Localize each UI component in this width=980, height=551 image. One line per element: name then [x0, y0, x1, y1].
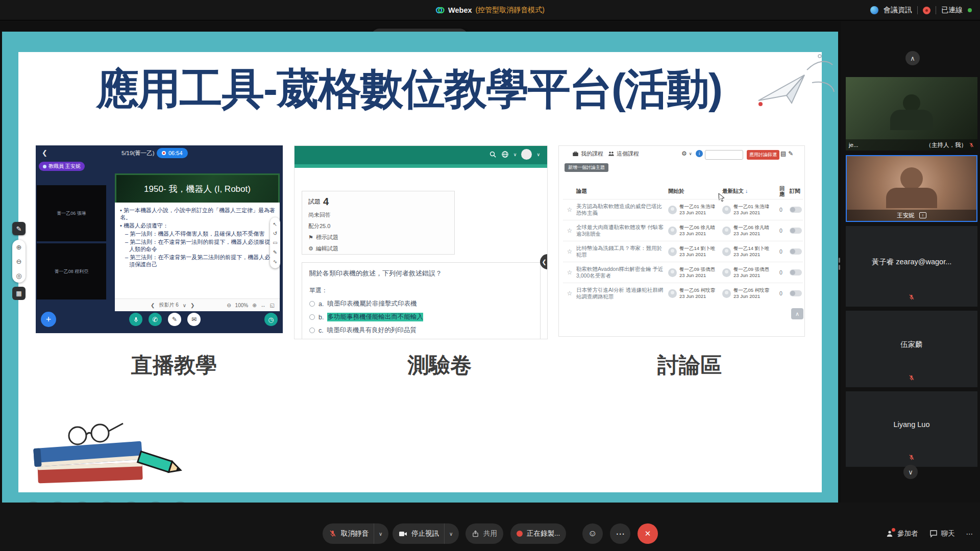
history-button: ◷ [264, 313, 278, 326]
app-title: Webex [448, 6, 472, 14]
record-dot-icon [517, 531, 523, 537]
recording-indicator-icon[interactable] [923, 7, 930, 14]
topic-title: 美方認為勒索軟體造成的威脅已堪比恐怖主義 [576, 203, 668, 216]
stop-video-button[interactable]: 停止視訊 ∨ [393, 523, 459, 544]
participants-button[interactable]: 參加者 [886, 529, 918, 538]
forum-nav-bar: 我的課程 這個課程 ⚙ ∨ i 應用討論篩選 [559, 150, 804, 162]
option-text: 噴墨印表機屬於非撞擊式印表機 [327, 299, 416, 308]
reactions-button[interactable]: ☺ [582, 523, 603, 544]
topic-starter: 餐一乙09 張僑恩 [679, 266, 715, 272]
presenter-name: 教職員 王安妮 [48, 163, 81, 170]
message-button: ✉ [187, 313, 201, 326]
scroll-down-button[interactable]: ∨ [903, 465, 918, 479]
quiz-header-strip [295, 164, 547, 168]
forum-row: ☆ 美方認為勒索軟體造成的威脅已堪比恐怖主義 餐一乙01 朱浩瑋23 Jun 2… [563, 199, 803, 220]
recording-button[interactable]: 正在錄製... [510, 523, 566, 544]
timer-value: 06:54 [168, 150, 183, 156]
target-button[interactable]: ◎ [16, 272, 21, 280]
flag-question-link: 標示試題 [316, 234, 338, 241]
participant-tile[interactable]: 黃子睿 zearay@wagor... [846, 226, 977, 307]
answer-option: c. 噴墨印表機具有良好的列印品質 [309, 326, 533, 335]
subscribe-toggle [790, 207, 802, 213]
last-post-by: 餐一乙06 徐凡晴 [733, 224, 769, 230]
avatar [668, 289, 677, 298]
last-post-by: 餐一乙05 柯玟蓉 [733, 287, 769, 293]
avatar [722, 206, 731, 214]
participant-name: Liyang Luo [894, 420, 930, 429]
more-options-button[interactable]: ⋯ [610, 523, 630, 544]
avatar [668, 268, 677, 277]
pencil-icon: ✎ [788, 150, 793, 157]
nav-this-course: 這個課程 [617, 150, 639, 158]
option-key: b. [318, 314, 324, 321]
topic-title: 比特幣淪為洗錢工具？專家：難用於犯罪 [576, 245, 668, 258]
mic-button [129, 313, 142, 326]
zoom-level-label: 100% [235, 303, 249, 308]
col-replies: 回應 [779, 186, 790, 197]
connection-status-label: 已連線 [941, 6, 963, 15]
mic-muted-icon [909, 374, 915, 381]
info-icon: i [696, 150, 703, 157]
zoom-out-button[interactable]: ⊖ [16, 258, 22, 265]
share-button[interactable]: 共用 [465, 523, 503, 544]
chat-icon [929, 530, 938, 538]
scroll-up-button[interactable]: ∧ [905, 51, 920, 65]
flag-icon: ⚑ [308, 234, 313, 241]
stop-video-label: 停止視訊 [411, 529, 439, 538]
col-topic: 論題 [576, 188, 668, 195]
annotation-pen-button[interactable]: ✎ [12, 222, 26, 235]
topic-starter: 餐一乙06 徐凡晴 [679, 224, 715, 230]
participant-tile[interactable]: Liyang Luo [846, 391, 977, 467]
apply-filter-button: 應用討論篩選 [747, 150, 779, 160]
mute-mode-label: (控管型取消靜音模式) [476, 6, 545, 15]
participant-name: 伍家麟 [900, 340, 923, 349]
topic-date: 23 Jun 2021 [679, 210, 706, 215]
topic-date: 23 Jun 2021 [679, 272, 706, 278]
topic-title: 勒索軟體Avaddon釋出解密金鑰 予近3,000名受害者 [576, 266, 668, 279]
forum-table: ☆ 美方認為勒索軟體造成的威脅已堪比恐怖主義 餐一乙01 朱浩瑋23 Jun 2… [563, 199, 803, 304]
participants-panel: ∧ je... （主持人，我） 王安妮 ↑ 黃子睿 zearay@wagor..… [841, 21, 980, 503]
unmute-button[interactable]: 取消靜音 ∨ [323, 523, 388, 544]
video-options-caret[interactable]: ∨ [444, 523, 453, 544]
participant-tile[interactable]: 伍家麟 [846, 311, 977, 387]
chat-button[interactable]: 聊天 [929, 529, 955, 538]
answer-option: a. 噴墨印表機屬於非撞擊式印表機 [309, 299, 533, 308]
radio-icon [309, 328, 315, 333]
option-text: 噴墨印表機具有良好的列印品質 [327, 326, 416, 335]
replies-count: 0 [779, 228, 790, 234]
col-started: 開始於 [668, 188, 722, 195]
webex-titlebar: Webex (控管型取消靜音模式) 會議資訊 已連線 [0, 0, 980, 20]
video-tile-host[interactable]: je... （主持人，我） [846, 77, 977, 151]
student-name: 菁一乙06 張琳 [57, 210, 86, 217]
unmute-options-caret[interactable]: ∨ [374, 523, 382, 544]
leave-meeting-button[interactable]: ✕ [638, 523, 658, 544]
search-icon [489, 151, 497, 158]
pen-icon: ✎ [273, 249, 277, 255]
laser-pointer-button[interactable]: ▦ [12, 287, 26, 300]
caption-live: 直播教學 [90, 351, 258, 380]
question-type-label: 單選： [309, 286, 533, 295]
meeting-info-button[interactable]: 會議資訊 [884, 6, 912, 15]
sharing-icon: ↑ [919, 212, 926, 218]
panel-resize-handle[interactable] [839, 258, 841, 271]
question-points: 配分25.0 [308, 222, 448, 230]
caret-down-icon: ∨ [536, 152, 540, 157]
lesson-slide-title: 1950- 我，機器人 (I, Robot) [115, 173, 280, 203]
subscribe-toggle [790, 228, 802, 234]
collapse-chevron: ❮ [540, 254, 548, 269]
replies-count: 0 [779, 290, 790, 296]
presenter-badge: 教職員 王安妮 [39, 162, 85, 171]
question-info-panel: 試題4 尚未回答 配分25.0 ⚑標示試題 ⚙編輯試題 [302, 191, 455, 255]
paper-plane-doodle-icon [743, 47, 840, 129]
meeting-info-icon [870, 6, 878, 14]
panel-more-button[interactable]: ⋯ [966, 530, 973, 538]
slide-title: 應用工具-葳格數位教學平台(活動) [39, 60, 779, 118]
video-tile-active-speaker[interactable]: 王安妮 ↑ [846, 155, 977, 222]
slide-number-label: 投影片 6 [159, 302, 178, 309]
forum-row: ☆ 全球最大肉商遭勒索軟體攻擊 付駭客逾3億贖金 餐一乙06 徐凡晴23 Jun… [563, 220, 803, 241]
lesson-slide-body: • 第一本機器人小說，小說中所訂立的「機器人三定律」最為著名。 • 機器人必須遵… [115, 203, 280, 298]
add-topic-button: 新增一個討論主題 [565, 163, 608, 172]
zoom-in-button[interactable]: ⊕ [16, 243, 22, 251]
option-text-highlighted: 多功能事務機僅能輸出而不能輸入 [327, 313, 423, 321]
screenshot-live-teaching: ❮ 5/19(菁一乙) 06:54 教職員 王安妮 菁一乙06 張琳 菁一乙08… [36, 145, 283, 333]
